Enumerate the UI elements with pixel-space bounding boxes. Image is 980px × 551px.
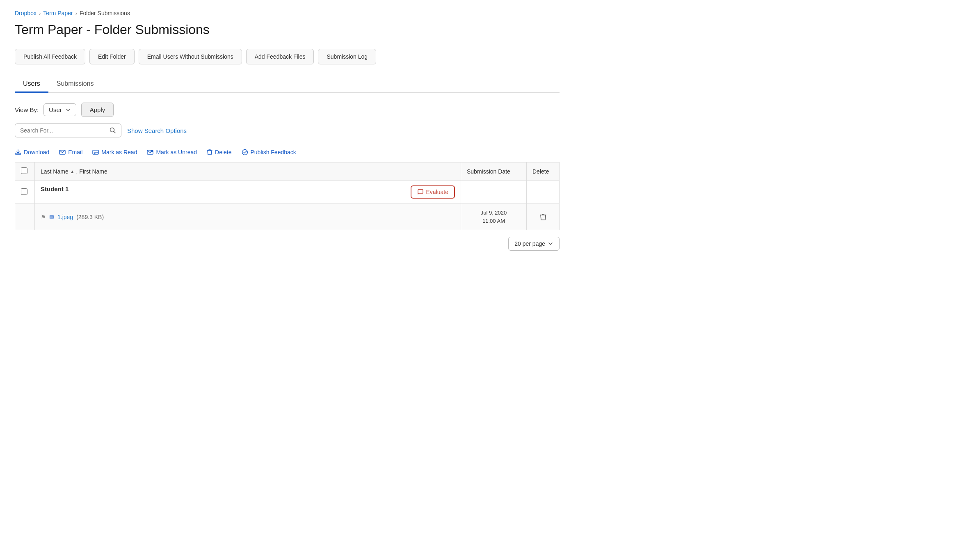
th-name-label[interactable]: Last Name xyxy=(41,168,69,175)
th-delete: Delete xyxy=(527,162,560,181)
search-icon xyxy=(110,127,116,134)
file-info: ⚑ ✉ 1.jpeg (289.3 KB) xyxy=(41,214,455,220)
toolbar: Download Email Mark as Read Mark as Un xyxy=(15,149,560,155)
submissions-table: Last Name ▲ , First Name Submission Date… xyxy=(15,162,560,230)
file-email-icon: ✉ xyxy=(49,214,54,220)
submission-log-button[interactable]: Submission Log xyxy=(318,49,376,64)
student-delete-cell xyxy=(527,181,560,204)
per-page-chevron-icon xyxy=(548,241,553,247)
evaluate-button[interactable]: Evaluate xyxy=(411,185,455,199)
publish-all-feedback-button[interactable]: Publish All Feedback xyxy=(15,49,85,64)
download-icon xyxy=(15,149,21,155)
evaluate-icon xyxy=(417,189,424,195)
email-label: Email xyxy=(68,149,82,155)
per-page-label: 20 per page xyxy=(514,240,545,247)
student-checkbox[interactable] xyxy=(21,188,27,195)
pagination-row: 20 per page xyxy=(15,237,560,251)
file-info-cell: ⚑ ✉ 1.jpeg (289.3 KB) xyxy=(35,204,461,230)
file-date: Jul 9, 2020 xyxy=(467,209,521,217)
email-button[interactable]: Email xyxy=(59,149,82,155)
svg-point-5 xyxy=(242,150,247,155)
view-by-label: View By: xyxy=(15,106,39,113)
delete-icon xyxy=(207,149,212,155)
student-checkbox-cell xyxy=(15,181,35,204)
publish-feedback-icon xyxy=(242,149,248,155)
file-time: 11:00 AM xyxy=(467,217,521,225)
breadcrumb: Dropbox › Term Paper › Folder Submission… xyxy=(15,10,560,16)
student-date-cell xyxy=(461,181,527,204)
breadcrumb-current: Folder Submissions xyxy=(80,10,130,16)
sort-arrow-icon: ▲ xyxy=(70,169,75,174)
file-delete-cell xyxy=(527,204,560,230)
student-name-cell: Student 1 Evaluate xyxy=(35,181,461,204)
per-page-dropdown[interactable]: 20 per page xyxy=(508,237,560,251)
show-search-options-link[interactable]: Show Search Options xyxy=(127,127,187,134)
breadcrumb-dropbox[interactable]: Dropbox xyxy=(15,10,37,16)
edit-folder-button[interactable]: Edit Folder xyxy=(89,49,135,64)
view-by-row: View By: User Apply xyxy=(15,103,560,117)
student-name: Student 1 xyxy=(41,185,69,192)
delete-button[interactable]: Delete xyxy=(207,149,231,155)
mark-unread-button[interactable]: Mark as Unread xyxy=(147,149,197,155)
file-size: (289.3 KB) xyxy=(76,214,104,220)
th-submission-date: Submission Date xyxy=(461,162,527,181)
mark-read-label: Mark as Read xyxy=(101,149,137,155)
search-row: Show Search Options xyxy=(15,123,560,137)
file-checkbox-cell xyxy=(15,204,35,230)
breadcrumb-term-paper[interactable]: Term Paper xyxy=(43,10,73,16)
file-delete-button[interactable] xyxy=(532,213,553,221)
add-feedback-files-button[interactable]: Add Feedback Files xyxy=(246,49,314,64)
tab-users[interactable]: Users xyxy=(15,76,48,93)
mark-unread-label: Mark as Unread xyxy=(156,149,197,155)
search-box xyxy=(15,123,121,137)
action-buttons-row: Publish All Feedback Edit Folder Email U… xyxy=(15,49,560,64)
table-row-student: Student 1 Evaluate xyxy=(15,181,560,204)
file-date-cell: Jul 9, 2020 11:00 AM xyxy=(461,204,527,230)
chevron-down-icon xyxy=(65,107,71,113)
publish-feedback-label: Publish Feedback xyxy=(251,149,296,155)
email-users-button[interactable]: Email Users Without Submissions xyxy=(139,49,242,64)
select-all-checkbox[interactable] xyxy=(21,167,27,174)
page-title: Term Paper - Folder Submissions xyxy=(15,22,560,37)
view-by-selected: User xyxy=(49,106,62,113)
download-label: Download xyxy=(24,149,49,155)
th-name: Last Name ▲ , First Name xyxy=(35,162,461,181)
table-row-file: ⚑ ✉ 1.jpeg (289.3 KB) Jul 9, 2020 11:00 … xyxy=(15,204,560,230)
svg-point-4 xyxy=(151,150,153,152)
mark-unread-icon xyxy=(147,149,153,155)
publish-feedback-button[interactable]: Publish Feedback xyxy=(242,149,296,155)
download-button[interactable]: Download xyxy=(15,149,49,155)
trash-icon xyxy=(540,213,546,221)
search-input[interactable] xyxy=(20,127,106,134)
tab-submissions[interactable]: Submissions xyxy=(48,76,102,93)
evaluate-label: Evaluate xyxy=(426,189,448,195)
mark-read-button[interactable]: Mark as Read xyxy=(92,149,137,155)
th-checkbox xyxy=(15,162,35,181)
file-link[interactable]: 1.jpeg xyxy=(57,214,73,220)
flag-icon: ⚑ xyxy=(41,214,46,220)
view-by-dropdown[interactable]: User xyxy=(43,103,76,116)
tabs-container: Users Submissions xyxy=(15,76,560,93)
email-icon xyxy=(59,149,66,155)
th-name-secondary: , First Name xyxy=(76,168,107,175)
mark-read-icon xyxy=(92,149,99,155)
apply-button[interactable]: Apply xyxy=(81,103,114,117)
delete-label: Delete xyxy=(215,149,231,155)
